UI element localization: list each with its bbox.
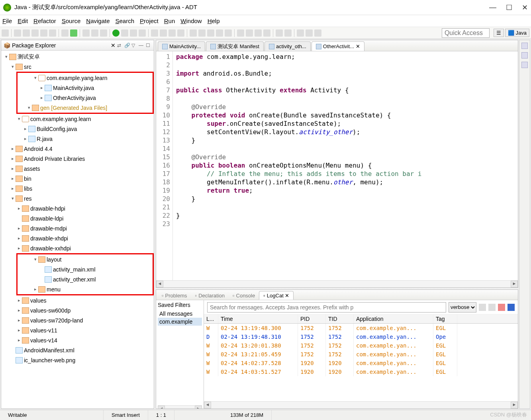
maximize-icon[interactable]: ☐ bbox=[146, 43, 151, 48]
column-header[interactable]: Application bbox=[354, 315, 433, 323]
outline-icon[interactable] bbox=[521, 43, 528, 49]
toolbar-button[interactable] bbox=[177, 29, 184, 37]
column-header[interactable]: TID bbox=[326, 315, 354, 323]
logcat-table[interactable]: L...TimePIDTIDApplicationTag W02-24 13:1… bbox=[204, 315, 518, 401]
menu-run[interactable]: Run bbox=[164, 18, 175, 24]
tree-item[interactable]: ▾gen [Generated Java Files] bbox=[18, 103, 153, 113]
tree-item[interactable]: ▸values-sw600dp bbox=[1, 305, 154, 315]
toolbar-button[interactable] bbox=[207, 29, 214, 37]
link-icon[interactable]: 🔗 bbox=[124, 43, 130, 48]
view-menu-icon[interactable]: ▽ bbox=[131, 43, 137, 48]
tree-item[interactable]: ▾com.example.yang.learn bbox=[18, 73, 153, 83]
toolbar-button[interactable] bbox=[2, 29, 9, 37]
toolbar-button[interactable] bbox=[246, 29, 253, 37]
toolbar-button[interactable] bbox=[100, 29, 107, 37]
tree-item[interactable]: drawable-ldpi bbox=[1, 213, 154, 223]
quick-access-input[interactable] bbox=[442, 28, 490, 38]
toolbar-button[interactable] bbox=[169, 29, 176, 37]
save-button[interactable] bbox=[14, 29, 21, 37]
tree-item[interactable]: activity_other.xml bbox=[18, 274, 153, 284]
tree-item[interactable]: ▸menu bbox=[18, 284, 153, 294]
tree-item[interactable]: ▸values-v14 bbox=[1, 335, 154, 345]
display-icon[interactable] bbox=[498, 304, 505, 311]
task-list-icon[interactable] bbox=[521, 52, 528, 59]
tree-item[interactable]: ▾com.example.yang.learn bbox=[1, 114, 154, 124]
tree-item[interactable]: ▸libs bbox=[1, 184, 154, 193]
tree-item[interactable]: ▸drawable-xhdpi bbox=[1, 233, 154, 243]
column-header[interactable]: PID bbox=[298, 315, 326, 323]
toolbar-button[interactable] bbox=[284, 29, 292, 37]
log-row[interactable]: W02-24 13:19:48.30017521752com.example.y… bbox=[204, 324, 518, 332]
close-button[interactable]: ✕ bbox=[522, 3, 528, 12]
menu-help[interactable]: Help bbox=[208, 18, 220, 24]
save-all-button[interactable] bbox=[23, 29, 30, 37]
tree-item[interactable]: ▸drawable-hdpi bbox=[1, 203, 154, 213]
log-row[interactable]: W02-24 13:21:05.45917521752com.example.y… bbox=[204, 350, 518, 359]
column-header[interactable]: Tag bbox=[433, 315, 457, 323]
toolbar-button[interactable] bbox=[61, 29, 69, 37]
menu-source[interactable]: Source bbox=[62, 18, 81, 24]
tree-item[interactable]: ▸bin bbox=[1, 174, 154, 184]
view-icon[interactable] bbox=[521, 62, 528, 68]
menu-project[interactable]: Project bbox=[140, 18, 159, 24]
tree-item[interactable]: ▸R.java bbox=[1, 134, 154, 144]
tree-item[interactable]: ▸assets bbox=[1, 164, 154, 174]
toolbar-button[interactable] bbox=[31, 29, 39, 37]
menu-file[interactable]: File bbox=[2, 18, 12, 24]
toolbar-button[interactable] bbox=[70, 29, 77, 37]
scroll-left-icon[interactable]: ◄ bbox=[156, 281, 163, 287]
log-row[interactable]: W02-24 14:02:37.52819201920com.example.y… bbox=[204, 359, 518, 367]
bottom-tab-declaration[interactable]: ▫Declaration bbox=[191, 291, 229, 300]
bottom-tab-console[interactable]: ▫Console bbox=[229, 291, 259, 300]
menu-edit[interactable]: Edit bbox=[18, 18, 28, 24]
tree-item[interactable]: ▸values-v11 bbox=[1, 325, 154, 335]
toolbar-button[interactable] bbox=[314, 29, 321, 37]
log-row[interactable]: W02-24 14:03:51.52719201920com.example.y… bbox=[204, 367, 518, 376]
tree-item[interactable]: ▸drawable-xxhdpi bbox=[1, 243, 154, 253]
logcat-level-select[interactable]: verbose bbox=[449, 302, 476, 313]
tree-item[interactable]: ▸values bbox=[1, 295, 154, 305]
toolbar-button[interactable] bbox=[255, 29, 262, 37]
menu-search[interactable]: Search bbox=[116, 18, 135, 24]
minimize-icon[interactable]: — bbox=[139, 43, 144, 48]
tree-item[interactable]: ▾src bbox=[1, 62, 154, 72]
save-log-icon[interactable] bbox=[479, 304, 486, 311]
tree-item[interactable]: ▾res bbox=[1, 193, 154, 203]
toolbar-button[interactable] bbox=[160, 29, 167, 37]
forward-button[interactable] bbox=[306, 29, 313, 37]
editor-tab[interactable]: OtherActivit... ✕ bbox=[312, 41, 364, 51]
filter-row[interactable]: All messages bbox=[158, 310, 202, 318]
toolbar-button[interactable] bbox=[216, 29, 223, 37]
scroll-right-icon[interactable]: ► bbox=[511, 281, 518, 287]
filter-row[interactable]: com.example bbox=[158, 318, 202, 326]
log-row[interactable]: D02-24 13:19:48.31017521752com.example.y… bbox=[204, 332, 518, 341]
tree-item[interactable]: ▸OtherActivity.java bbox=[18, 93, 153, 103]
toolbar-button[interactable] bbox=[190, 29, 197, 37]
menu-navigate[interactable]: Navigate bbox=[86, 18, 110, 24]
minimize-button[interactable]: — bbox=[489, 3, 496, 12]
menu-window[interactable]: Window bbox=[180, 18, 202, 24]
column-header[interactable]: Time bbox=[218, 315, 298, 323]
close-icon[interactable]: ✕ bbox=[111, 42, 116, 49]
maximize-button[interactable]: ☐ bbox=[506, 3, 512, 12]
toolbar-button[interactable] bbox=[198, 29, 206, 37]
log-row[interactable]: W02-24 13:20:01.38017521752com.example.y… bbox=[204, 341, 518, 350]
tree-item[interactable]: ▾测试安卓 bbox=[1, 52, 154, 62]
clear-log-icon[interactable] bbox=[488, 304, 496, 311]
tree-item[interactable]: ic_launcher-web.png bbox=[1, 355, 154, 365]
package-tree[interactable]: ▾测试安卓▾src▾com.example.yang.learn▸MainAct… bbox=[1, 51, 154, 408]
toolbar-button[interactable] bbox=[276, 29, 283, 37]
code-area[interactable]: package com.example.yang.learn; import a… bbox=[173, 51, 518, 280]
collapse-all-icon[interactable]: ⇄ bbox=[117, 43, 123, 48]
open-perspective-button[interactable]: ☰ bbox=[494, 29, 504, 37]
tree-item[interactable]: ▸drawable-mdpi bbox=[1, 223, 154, 233]
horizontal-scrollbar[interactable]: ◄ ► bbox=[156, 280, 518, 287]
toolbar-button[interactable] bbox=[139, 29, 146, 37]
logcat-search-input[interactable] bbox=[207, 302, 446, 313]
tree-item[interactable]: activity_main.xml bbox=[18, 264, 153, 274]
run-button[interactable] bbox=[112, 29, 120, 37]
bottom-tab-logcat[interactable]: ▫LogCat ✕ bbox=[259, 291, 294, 300]
tree-item[interactable]: ▸Android Private Libraries bbox=[1, 154, 154, 164]
java-perspective[interactable]: 🟦 Java bbox=[505, 29, 529, 37]
toolbar-button[interactable] bbox=[49, 29, 56, 37]
